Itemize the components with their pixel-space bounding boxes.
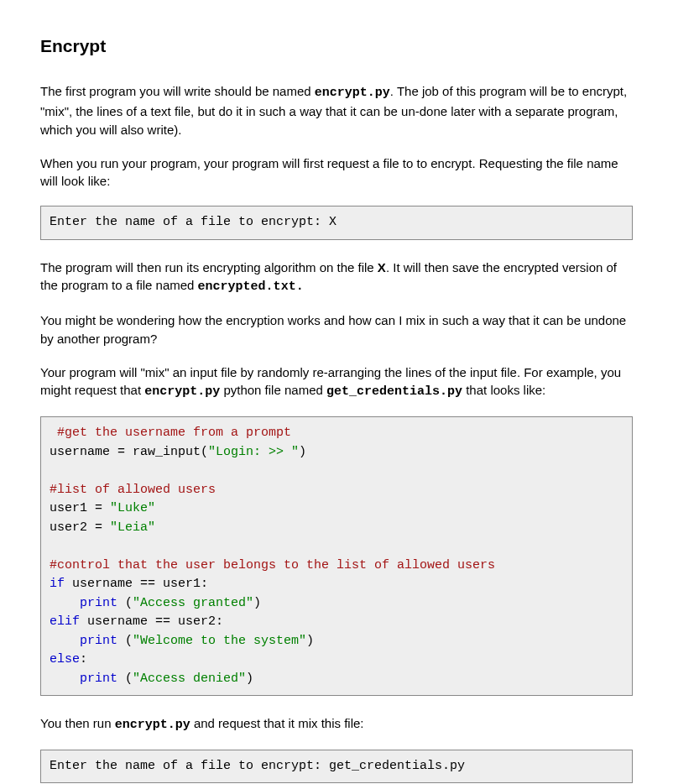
code-text: : (80, 652, 87, 666)
code-text: ) (253, 596, 261, 610)
code-text: user1 = (50, 501, 110, 515)
code-string: "Login: >> " (208, 445, 299, 459)
text: You then run (40, 716, 115, 730)
code-string: "Welcome to the system" (133, 634, 306, 648)
text: and request that it mix this file: (190, 716, 364, 730)
code-indent (50, 634, 80, 648)
code-indent (50, 596, 80, 610)
code-text: username == user1: (65, 577, 208, 591)
text: python file named (220, 383, 326, 397)
code-block-prompt-2: Enter the name of a file to encrypt: get… (40, 750, 633, 784)
code-text: ( (117, 672, 133, 686)
inline-code: get_credentials.py (326, 384, 462, 399)
paragraph-1: The first program you will write should … (40, 82, 633, 139)
code-text: ) (306, 634, 314, 648)
code-string: "Access granted" (133, 596, 253, 610)
paragraph-4: You might be wondering how the encryptio… (40, 311, 633, 348)
code-keyword: elif (50, 614, 80, 629)
code-keyword: print (80, 672, 117, 686)
code-string: "Luke" (110, 501, 155, 515)
inline-code: encrypt.py (115, 718, 190, 732)
code-comment: #get the username from a prompt (50, 426, 291, 440)
code-text: ( (117, 596, 133, 610)
text: The program will then run its encrypting… (40, 260, 378, 274)
code-keyword: else (50, 652, 80, 666)
bold-text: X (378, 260, 386, 274)
code-keyword: if (50, 577, 65, 591)
paragraph-6: You then run encrypt.py and request that… (40, 714, 633, 734)
code-text: user2 = (50, 520, 110, 535)
code-text: ( (117, 634, 133, 648)
code-indent (50, 672, 80, 686)
code-comment: #list of allowed users (50, 483, 216, 497)
code-keyword: print (80, 596, 117, 610)
code-string: "Access denied" (133, 672, 246, 686)
inline-code: encrypt.py (315, 86, 390, 100)
code-text: username == user2: (80, 614, 223, 629)
text: The first program you will write should … (40, 84, 315, 98)
code-keyword: print (80, 634, 117, 648)
text: that looks like: (462, 383, 545, 397)
paragraph-5: Your program will "mix" an input file by… (40, 363, 633, 402)
code-string: "Leia" (110, 520, 155, 535)
code-text: ) (246, 672, 253, 686)
code-comment: #control that the user belongs to the li… (50, 558, 495, 572)
code-text: ) (299, 445, 306, 459)
code-block-prompt-1: Enter the name of a file to encrypt: X (40, 206, 633, 240)
inline-code: encrypt.py (144, 384, 220, 399)
section-heading: Encrypt (40, 34, 633, 59)
inline-code: encrypted.txt. (198, 280, 304, 294)
code-block-python-example: #get the username from a prompt username… (40, 416, 633, 696)
code-text: username = raw_input( (50, 445, 208, 459)
paragraph-2: When you run your program, your program … (40, 154, 633, 191)
paragraph-3: The program will then run its encrypting… (40, 259, 633, 297)
